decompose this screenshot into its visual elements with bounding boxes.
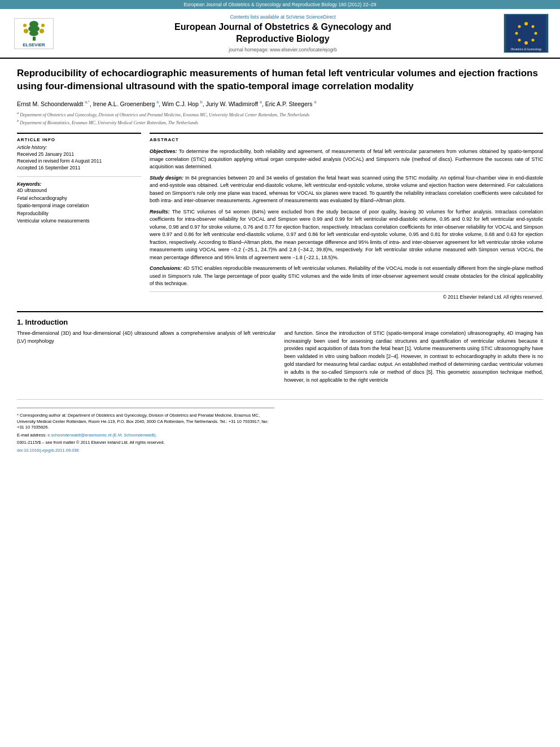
journal-logo-right-icon: Obstetrics & Gynecology bbox=[506, 15, 546, 52]
intro-col-right: and function. Since the introduction of … bbox=[285, 330, 544, 388]
intro-text-right: and function. Since the introduction of … bbox=[285, 330, 544, 385]
received-date-2: Received in revised form 4 August 2011 bbox=[17, 158, 141, 164]
objectives-label: Objectives: bbox=[150, 148, 177, 154]
email-address: e.schoonderwaldt@erasmusmc.nl (E.M. Scho… bbox=[47, 433, 157, 438]
svg-rect-0 bbox=[33, 37, 36, 41]
intro-para-1: Three-dimensional (3D) and four-dimensio… bbox=[17, 330, 276, 346]
accepted-date: Accepted 16 September 2011 bbox=[17, 165, 141, 171]
intro-col-left: Three-dimensional (3D) and four-dimensio… bbox=[17, 330, 276, 388]
email-line: E-mail address: e.schoonderwaldt@erasmus… bbox=[17, 433, 274, 439]
results-para: Results: The STIC volumes of 54 women (6… bbox=[150, 208, 543, 262]
study-label: Study design: bbox=[150, 175, 183, 181]
keywords-section: Keywords: 4D ultrasound Fetal echocardio… bbox=[17, 181, 141, 225]
introduction-section: 1. Introduction Three-dimensional (3D) a… bbox=[17, 311, 543, 388]
section-title: Introduction bbox=[25, 318, 68, 326]
elsevier-logo: ELSEVIER bbox=[14, 18, 54, 49]
elsevier-tree-icon bbox=[21, 20, 47, 41]
footnote-left: * Corresponding author at: Department of… bbox=[17, 403, 274, 455]
results-text: The STIC volumes of 54 women (64%) were … bbox=[150, 209, 543, 260]
sciverse-link[interactable]: SciVerse ScienceDirect bbox=[286, 14, 335, 20]
footnote-divider bbox=[17, 408, 274, 408]
elsevier-text: ELSEVIER bbox=[23, 42, 45, 47]
history-label-text: Article history: bbox=[17, 145, 47, 150]
svg-text:Obstetrics & Gynecology: Obstetrics & Gynecology bbox=[510, 47, 542, 51]
elsevier-logo-area: ELSEVIER bbox=[11, 18, 56, 49]
article-info-label: ARTICLE INFO bbox=[17, 137, 141, 142]
abstract-text: Objectives: To determine the reproducibi… bbox=[150, 148, 543, 288]
intro-two-col: Three-dimensional (3D) and four-dimensio… bbox=[17, 330, 543, 388]
objectives-text: To determine the reproducibility, both r… bbox=[150, 148, 543, 169]
keywords-list: 4D ultrasound Fetal echocardiography Spa… bbox=[17, 187, 141, 225]
article-history-box: Article history: Received 25 January 201… bbox=[17, 145, 141, 177]
intro-text-left: Three-dimensional (3D) and four-dimensio… bbox=[17, 330, 276, 346]
abstract-col: ABSTRACT Objectives: To determine the re… bbox=[150, 133, 543, 300]
keyword-4: Reproducibility bbox=[17, 210, 141, 218]
svg-rect-8 bbox=[506, 15, 546, 52]
journal-center: Contents lists available at SciVerse Sci… bbox=[62, 14, 504, 53]
issn-line: 0301-2115/$ – see front matter © 2011 El… bbox=[17, 440, 274, 446]
keyword-3: Spatio-temporal image correlation bbox=[17, 202, 141, 210]
conclusions-para: Conclusions: 4D STIC enables reproducibl… bbox=[150, 265, 543, 288]
footnote-area: * Corresponding author at: Department of… bbox=[17, 399, 543, 455]
keyword-5: Ventricular volume measurements bbox=[17, 217, 141, 225]
history-label: Article history: bbox=[17, 145, 141, 150]
corresponding-author-note: * Corresponding author at: Department of… bbox=[17, 413, 274, 431]
footnote-text: * Corresponding author at: Department of… bbox=[17, 413, 274, 453]
affiliations: a Department of Obstetrics and Gynecolog… bbox=[17, 110, 543, 126]
svg-point-13 bbox=[524, 41, 528, 45]
footnote-right bbox=[286, 403, 543, 455]
article-info-abstract-cols: ARTICLE INFO Article history: Received 2… bbox=[17, 133, 543, 300]
doi-line: doi:10.1016/j.ejogrb.2011.09.036 bbox=[17, 448, 274, 454]
section-num: 1. bbox=[17, 318, 23, 326]
svg-point-15 bbox=[515, 32, 518, 34]
svg-point-5 bbox=[40, 29, 44, 33]
conclusions-label: Conclusions: bbox=[150, 265, 182, 271]
top-bar: European Journal of Obstetrics & Gynecol… bbox=[0, 0, 560, 9]
article-title: Reproducibility of echocardiographic mea… bbox=[17, 67, 543, 93]
conclusions-text: 4D STIC enables reproducible measurement… bbox=[150, 265, 543, 286]
results-label: Results: bbox=[150, 209, 170, 215]
abstract-content: Objectives: To determine the reproducibi… bbox=[150, 145, 543, 300]
received-date-1: Received 25 January 2011 bbox=[17, 151, 141, 157]
journal-logo-right: Obstetrics & Gynecology bbox=[504, 14, 549, 53]
keyword-2: Fetal echocardiography bbox=[17, 195, 141, 203]
svg-point-7 bbox=[41, 24, 45, 27]
svg-point-6 bbox=[23, 24, 27, 27]
article-main: Reproducibility of echocardiographic mea… bbox=[0, 59, 560, 464]
sciverse-text: Contents lists available at SciVerse Sci… bbox=[62, 14, 504, 20]
study-text: In 84 pregnancies between 20 and 34 week… bbox=[150, 175, 543, 204]
authors: Ernst M. Schoonderwaldt a,*, Irene A.L. … bbox=[17, 100, 543, 107]
section-number: 1. Introduction bbox=[17, 318, 543, 326]
keywords-label: Keywords: bbox=[17, 181, 141, 187]
article-info-col: ARTICLE INFO Article history: Received 2… bbox=[17, 133, 141, 300]
journal-header: ELSEVIER Contents lists available at Sci… bbox=[0, 9, 560, 59]
svg-point-11 bbox=[535, 32, 537, 34]
journal-homepage: journal homepage: www.elsevier.com/locat… bbox=[62, 47, 504, 53]
intro-para-right: and function. Since the introduction of … bbox=[285, 330, 544, 385]
study-para: Study design: In 84 pregnancies between … bbox=[150, 174, 543, 205]
svg-point-9 bbox=[524, 22, 528, 25]
svg-point-16 bbox=[518, 25, 521, 28]
svg-point-12 bbox=[532, 38, 535, 41]
svg-point-4 bbox=[24, 29, 28, 33]
objectives-para: Objectives: To determine the reproducibi… bbox=[150, 148, 543, 171]
email-label: E-mail address: bbox=[17, 433, 46, 438]
affiliation-b: Department of Biostatistics, Erasmus MC,… bbox=[20, 120, 198, 125]
affiliation-a: Department of Obstetrics and Gynecology,… bbox=[20, 112, 309, 117]
abstract-label: ABSTRACT bbox=[150, 137, 543, 142]
keyword-1: 4D ultrasound bbox=[17, 187, 141, 195]
svg-point-14 bbox=[518, 38, 521, 41]
journal-title: European Journal of Obstetrics & Gynecol… bbox=[62, 21, 504, 45]
svg-point-10 bbox=[532, 25, 535, 28]
journal-citation: European Journal of Obstetrics & Gynecol… bbox=[183, 2, 376, 7]
svg-point-3 bbox=[29, 21, 38, 28]
copyright-line: © 2011 Elsevier Ireland Ltd. All rights … bbox=[150, 291, 543, 300]
